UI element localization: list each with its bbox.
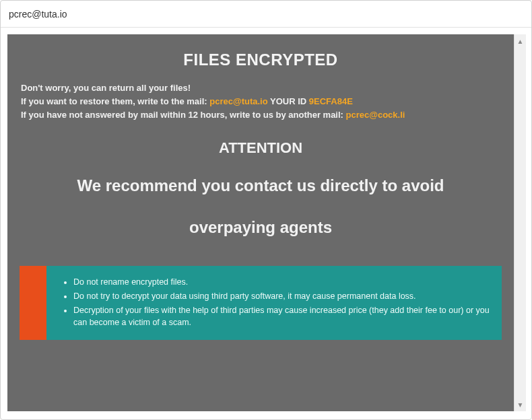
warning-accent-bar bbox=[20, 266, 46, 341]
intro-line3-prefix: If you have not answered by mail within … bbox=[21, 110, 346, 120]
recommend-line1: We recommend you contact us directly to … bbox=[77, 176, 444, 195]
intro-line2-prefix: If you want to restore them, write to th… bbox=[21, 96, 209, 106]
scroll-up-arrow-icon[interactable]: ▲ bbox=[514, 34, 526, 48]
titlebar[interactable]: pcrec@tuta.io bbox=[1, 1, 531, 28]
intro-line2: If you want to restore them, write to th… bbox=[21, 95, 500, 108]
vertical-scrollbar[interactable]: ▲ ▼ bbox=[514, 34, 526, 411]
warning-body: Do not rename encrypted files. Do not tr… bbox=[46, 266, 502, 341]
warning-list: Do not rename encrypted files. Do not tr… bbox=[59, 276, 490, 329]
list-item: Decryption of your files with the help o… bbox=[73, 304, 490, 328]
your-id-label: YOUR ID bbox=[270, 96, 309, 106]
intro-text: Don't worry, you can return all your fil… bbox=[7, 81, 514, 122]
heading-files-encrypted: FILES ENCRYPTED bbox=[7, 34, 514, 81]
window-title: pcrec@tuta.io bbox=[9, 9, 67, 20]
recommend-line2: overpaying agents bbox=[28, 216, 494, 239]
list-item: Do not rename encrypted files. bbox=[73, 276, 490, 288]
contact-email-2: pcrec@cock.li bbox=[346, 110, 405, 120]
recommend-text: We recommend you contact us directly to … bbox=[7, 166, 514, 246]
content-wrap: FILES ENCRYPTED Don't worry, you can ret… bbox=[1, 28, 531, 419]
intro-line1: Don't worry, you can return all your fil… bbox=[21, 81, 500, 95]
heading-attention: ATTENTION bbox=[7, 122, 514, 166]
your-id-value: 9ECFA84E bbox=[309, 96, 353, 106]
list-item: Do not try to decrypt your data using th… bbox=[73, 290, 490, 302]
app-window: pcrec@tuta.io FILES ENCRYPTED Don't worr… bbox=[0, 0, 532, 420]
ransom-note: FILES ENCRYPTED Don't worry, you can ret… bbox=[7, 34, 514, 411]
contact-email-1: pcrec@tuta.io bbox=[209, 96, 267, 106]
scroll-down-arrow-icon[interactable]: ▼ bbox=[514, 398, 526, 411]
intro-line3: If you have not answered by mail within … bbox=[21, 108, 500, 122]
warning-box: Do not rename encrypted files. Do not tr… bbox=[20, 266, 502, 341]
